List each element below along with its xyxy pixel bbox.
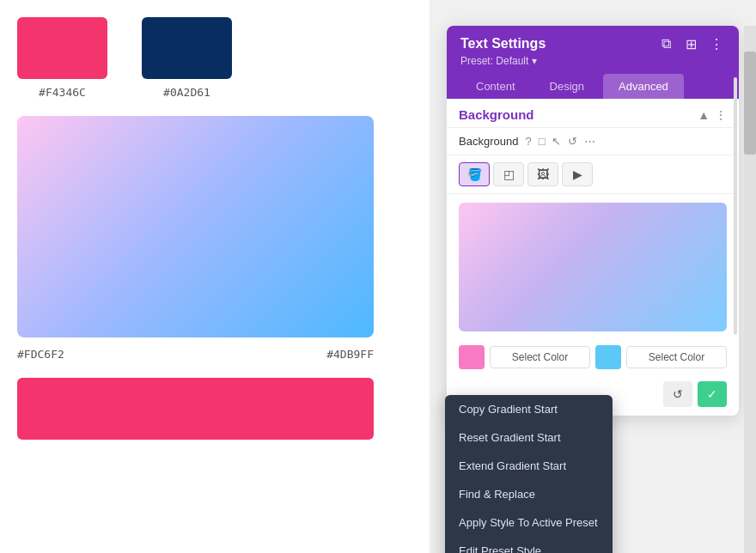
- panel-header: Text Settings ⧉ ⊞ ⋮ Preset: Default ▾ Co…: [447, 26, 739, 99]
- bottom-swatch-box[interactable]: [17, 378, 374, 440]
- context-menu-item-copy-gradient-start[interactable]: Copy Gradient Start: [445, 395, 613, 423]
- section-header: Background ▲ ⋮: [447, 99, 739, 128]
- tab-advanced[interactable]: Advanced: [603, 74, 684, 99]
- context-menu-item-apply-style[interactable]: Apply Style To Active Preset: [445, 508, 613, 537]
- right-scrollbar[interactable]: [744, 26, 756, 553]
- tab-content[interactable]: Content: [460, 74, 531, 99]
- gradient-start-color-swatch[interactable]: [459, 345, 485, 369]
- duplicate-icon[interactable]: ⧉: [662, 36, 677, 52]
- bg-help-icon[interactable]: ?: [525, 135, 531, 148]
- swatch-navy[interactable]: [142, 17, 232, 79]
- select-color-2-btn[interactable]: Select Color: [626, 346, 727, 368]
- type-gradient-btn[interactable]: ◰: [493, 162, 524, 186]
- type-fill-btn[interactable]: 🪣: [459, 162, 490, 186]
- bg-controls: Background ? □ ↖ ↺ ⋯: [447, 128, 739, 155]
- context-menu-item-reset-gradient-start[interactable]: Reset Gradient Start: [445, 423, 613, 452]
- bg-cursor-icon[interactable]: ↖: [552, 135, 561, 148]
- swatches-area: #F4346C #0A2D61 #FDC6F2 #4DB9FF: [0, 0, 430, 553]
- gradient-swatch-large[interactable]: [17, 116, 374, 337]
- panel-scrollbar[interactable]: [734, 77, 737, 335]
- more-icon[interactable]: ⋮: [710, 36, 725, 52]
- context-menu: Copy Gradient Start Reset Gradient Start…: [445, 395, 613, 553]
- bg-label: Background: [459, 135, 518, 148]
- section-controls: ▲ ⋮: [698, 108, 727, 122]
- tab-design[interactable]: Design: [534, 74, 600, 99]
- right-scrollbar-thumb[interactable]: [744, 52, 756, 155]
- type-icons: 🪣 ◰ 🖼 ▶: [447, 155, 739, 194]
- panel-title: Text Settings: [460, 36, 546, 52]
- select-color-1-btn[interactable]: Select Color: [490, 346, 590, 368]
- swatch-item-navy: #0A2D61: [142, 17, 232, 99]
- type-image-btn[interactable]: 🖼: [527, 162, 558, 186]
- context-menu-item-find-replace[interactable]: Find & Replace: [445, 480, 613, 508]
- context-menu-item-edit-preset[interactable]: Edit Preset Style: [445, 537, 613, 553]
- collapse-icon[interactable]: ▲: [698, 108, 710, 122]
- panel-header-icons: ⧉ ⊞ ⋮: [662, 36, 725, 52]
- panel-tabs: Content Design Advanced: [460, 74, 725, 99]
- bg-reset-icon[interactable]: ↺: [568, 135, 577, 148]
- color-selectors: Select Color Select Color: [447, 340, 739, 376]
- text-settings-panel: Text Settings ⧉ ⊞ ⋮ Preset: Default ▾ Co…: [447, 26, 739, 416]
- bg-device-icon[interactable]: □: [539, 135, 546, 148]
- type-video-btn[interactable]: ▶: [562, 162, 593, 186]
- panel-preset[interactable]: Preset: Default ▾: [460, 55, 725, 67]
- panel-body: Background ▲ ⋮ Background ? □ ↖ ↺ ⋯ 🪣 ◰ …: [447, 99, 739, 416]
- swatch-pink-label: #F4346C: [39, 86, 86, 99]
- top-swatches: #F4346C #0A2D61: [17, 17, 412, 99]
- panel-header-top: Text Settings ⧉ ⊞ ⋮: [460, 36, 725, 52]
- bg-more-icon[interactable]: ⋯: [584, 135, 595, 148]
- gradient-start-label: #FDC6F2: [17, 348, 64, 361]
- gradient-preview[interactable]: [459, 203, 727, 331]
- gradient-labels: #FDC6F2 #4DB9FF: [17, 348, 374, 361]
- section-title: Background: [459, 107, 534, 122]
- reset-button[interactable]: ↺: [663, 381, 692, 407]
- layout-icon[interactable]: ⊞: [686, 36, 701, 52]
- bottom-swatch: [17, 378, 412, 440]
- swatch-pink[interactable]: [17, 17, 107, 79]
- context-menu-item-extend-gradient-start[interactable]: Extend Gradient Start: [445, 452, 613, 480]
- gradient-end-label: #4DB9FF: [326, 348, 374, 361]
- section-more-icon[interactable]: ⋮: [715, 108, 727, 122]
- gradient-end-color-swatch[interactable]: [595, 345, 621, 369]
- swatch-navy-label: #0A2D61: [163, 86, 210, 99]
- swatch-item-pink: #F4346C: [17, 17, 107, 99]
- confirm-button[interactable]: ✓: [698, 381, 727, 407]
